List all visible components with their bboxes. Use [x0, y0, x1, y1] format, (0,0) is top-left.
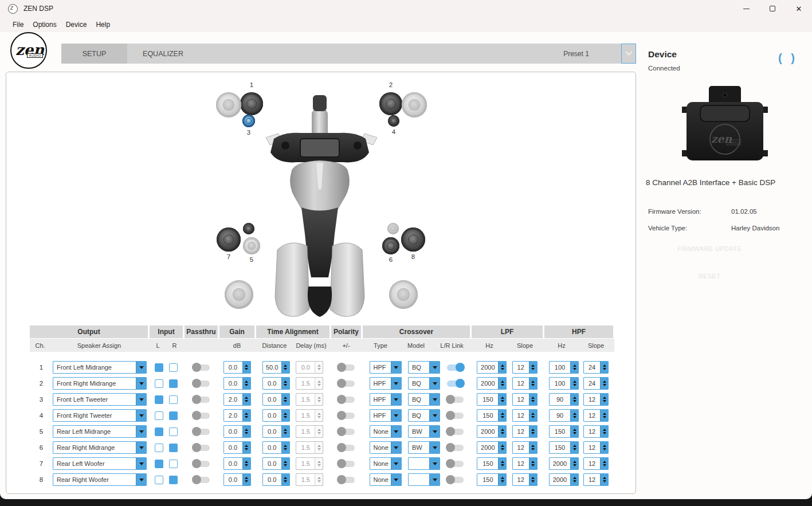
lpf-hz-spinner[interactable]: 2000: [477, 361, 507, 374]
crossover-type-select[interactable]: HPF: [370, 377, 402, 390]
hpf-hz-spinner[interactable]: 100: [549, 361, 579, 374]
preset-dropdown-button[interactable]: [621, 44, 636, 64]
lr-link-toggle[interactable]: [447, 445, 464, 451]
speaker-assign-select[interactable]: Front Left Tweeter: [53, 393, 147, 406]
passthru-toggle[interactable]: [193, 381, 210, 387]
gain-spinner[interactable]: 0.0: [223, 361, 251, 374]
lpf-hz-spinner[interactable]: 150: [477, 457, 507, 470]
lpf-slope-spinner[interactable]: 12: [512, 441, 538, 454]
crossover-model-select[interactable]: BQ: [408, 361, 440, 374]
lr-link-toggle[interactable]: [447, 477, 464, 483]
crossover-model-select[interactable]: [408, 457, 440, 470]
crossover-type-select[interactable]: None: [370, 473, 402, 486]
passthru-toggle[interactable]: [193, 445, 210, 451]
lr-link-toggle[interactable]: [447, 429, 464, 435]
polarity-toggle[interactable]: [338, 397, 355, 403]
hpf-slope-spinner[interactable]: 12: [583, 409, 609, 422]
input-l-checkbox[interactable]: [155, 395, 163, 404]
input-r-checkbox[interactable]: [169, 363, 178, 372]
speaker-ch8[interactable]: [401, 227, 425, 252]
distance-spinner[interactable]: 0.0: [262, 377, 290, 390]
polarity-toggle[interactable]: [338, 364, 355, 371]
input-r-checkbox[interactable]: [169, 476, 178, 484]
polarity-toggle[interactable]: [338, 461, 355, 467]
lpf-hz-spinner[interactable]: 2000: [477, 377, 507, 390]
speaker-ch1[interactable]: [240, 92, 263, 115]
menu-device[interactable]: Device: [61, 19, 92, 30]
lpf-hz-spinner[interactable]: 150: [477, 409, 507, 422]
input-r-checkbox[interactable]: [169, 444, 178, 452]
speaker-ch5[interactable]: [243, 237, 260, 254]
speaker-ch4[interactable]: [388, 115, 399, 127]
gain-spinner[interactable]: 2.0: [223, 409, 251, 422]
hpf-hz-spinner[interactable]: 90: [549, 409, 579, 422]
speaker-assign-select[interactable]: Rear Left Woofer: [53, 457, 147, 470]
crossover-type-select[interactable]: None: [370, 457, 402, 470]
speaker-assign-select[interactable]: Front Right Tweeter: [53, 409, 147, 422]
passthru-toggle[interactable]: [193, 477, 210, 483]
gain-spinner[interactable]: 0.0: [223, 441, 251, 454]
lpf-hz-spinner[interactable]: 2000: [477, 441, 507, 454]
crossover-type-select[interactable]: None: [370, 441, 402, 454]
distance-spinner[interactable]: 0.0: [262, 425, 290, 438]
distance-spinner[interactable]: 50.0: [262, 361, 290, 374]
crossover-model-select[interactable]: BW: [408, 441, 440, 454]
crossover-model-select[interactable]: BQ: [408, 377, 440, 390]
distance-spinner[interactable]: 0.0: [262, 409, 290, 422]
passthru-toggle[interactable]: [193, 397, 210, 403]
speaker-assign-select[interactable]: Front Left Midrange: [53, 361, 147, 374]
speaker-assign-select[interactable]: Front Right Midrange: [53, 377, 147, 390]
crossover-type-select[interactable]: HPF: [370, 409, 402, 422]
minimize-button[interactable]: [733, 0, 759, 17]
polarity-toggle[interactable]: [338, 445, 355, 451]
crossover-type-select[interactable]: None: [370, 425, 402, 438]
input-r-checkbox[interactable]: [169, 395, 178, 404]
distance-spinner[interactable]: 0.0: [262, 441, 290, 454]
passthru-toggle[interactable]: [193, 413, 210, 419]
speaker-ch7[interactable]: [217, 227, 241, 252]
input-r-checkbox[interactable]: [169, 379, 178, 388]
close-button[interactable]: ✕: [786, 0, 812, 17]
hpf-slope-spinner[interactable]: 24: [583, 377, 609, 390]
lpf-slope-spinner[interactable]: 12: [512, 473, 538, 486]
input-l-checkbox[interactable]: [155, 460, 163, 468]
lr-link-toggle[interactable]: [447, 461, 464, 467]
gain-spinner[interactable]: 0.0: [223, 377, 251, 390]
firmware-update-button[interactable]: FIRMWARE UPDATE: [649, 245, 770, 252]
lpf-hz-spinner[interactable]: 150: [477, 473, 507, 486]
input-l-checkbox[interactable]: [155, 379, 163, 388]
speaker-ch2[interactable]: [379, 92, 402, 115]
speaker-ch6[interactable]: [382, 237, 399, 254]
menu-options[interactable]: Options: [28, 19, 61, 30]
preset-selected-value[interactable]: Preset 1: [531, 44, 621, 64]
polarity-toggle[interactable]: [338, 381, 355, 387]
crossover-model-select[interactable]: BQ: [408, 409, 440, 422]
lr-link-toggle[interactable]: [447, 413, 464, 419]
crossover-model-select[interactable]: [408, 473, 440, 486]
lpf-slope-spinner[interactable]: 12: [512, 425, 538, 438]
polarity-toggle[interactable]: [338, 413, 355, 419]
lr-link-toggle[interactable]: [447, 364, 464, 371]
polarity-toggle[interactable]: [338, 477, 355, 483]
tab-equalizer[interactable]: EQUALIZER: [127, 44, 199, 64]
gain-spinner[interactable]: 0.0: [223, 425, 251, 438]
input-l-checkbox[interactable]: [155, 363, 163, 372]
crossover-model-select[interactable]: BQ: [408, 393, 440, 406]
maximize-button[interactable]: [759, 0, 786, 17]
gain-spinner[interactable]: 0.0: [223, 473, 251, 486]
polarity-toggle[interactable]: [338, 429, 355, 435]
lpf-hz-spinner[interactable]: 2000: [477, 425, 507, 438]
hpf-hz-spinner[interactable]: 100: [549, 377, 579, 390]
lpf-slope-spinner[interactable]: 12: [512, 377, 538, 390]
hpf-slope-spinner[interactable]: 12: [583, 473, 609, 486]
gain-spinner[interactable]: 0.0: [223, 457, 251, 470]
speaker-assign-select[interactable]: Rear Right Woofer: [53, 473, 147, 486]
crossover-type-select[interactable]: HPF: [370, 361, 402, 374]
hpf-hz-spinner[interactable]: 150: [549, 441, 579, 454]
speaker-assign-select[interactable]: Rear Right Midrange: [53, 441, 147, 454]
input-r-checkbox[interactable]: [169, 427, 178, 436]
hpf-slope-spinner[interactable]: 12: [583, 457, 609, 470]
input-l-checkbox[interactable]: [155, 427, 163, 436]
menu-file[interactable]: File: [8, 19, 28, 30]
connection-refresh-icon[interactable]: ( ): [778, 52, 798, 65]
